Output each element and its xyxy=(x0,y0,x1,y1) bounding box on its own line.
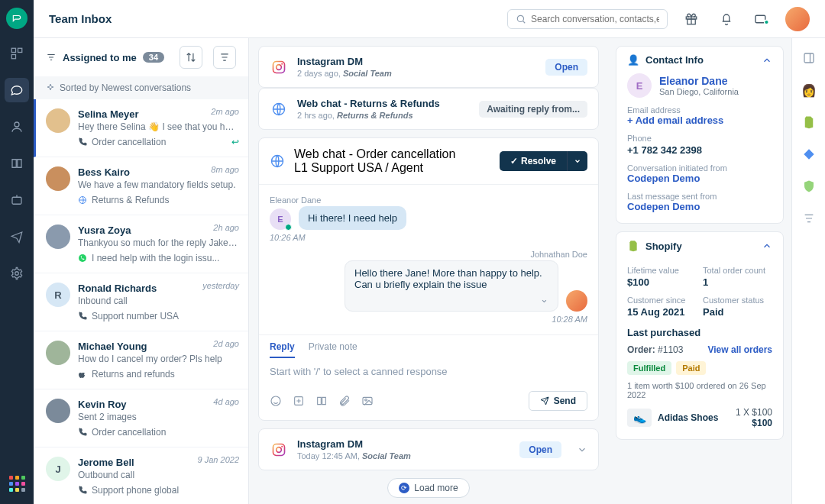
resolve-button-group: ✓ Resolve xyxy=(500,151,587,171)
compose-toolbar: Send xyxy=(259,385,598,420)
filter-button[interactable] xyxy=(213,46,236,69)
thread-pane: Instagram DM 2 days ago, Social Team Ope… xyxy=(249,38,608,504)
sort-button[interactable] xyxy=(180,46,202,69)
svg-rect-1 xyxy=(18,48,22,52)
chevron-down-icon[interactable] xyxy=(577,444,587,455)
search-box[interactable] xyxy=(507,9,668,29)
resolve-button[interactable]: ✓ Resolve xyxy=(500,151,567,171)
canned-icon[interactable] xyxy=(293,395,305,407)
svg-point-5 xyxy=(15,272,19,276)
compose-tabs: Reply Private note xyxy=(259,335,598,358)
sorted-by-bar[interactable]: Sorted by Newest conversations xyxy=(34,76,248,99)
collapse-icon[interactable] xyxy=(762,241,772,251)
rail-shield-icon[interactable] xyxy=(800,177,818,195)
conversation-item[interactable]: Yusra Zoya Thankyou so much for the repl… xyxy=(34,215,248,273)
svg-point-23 xyxy=(277,447,282,452)
conversation-item[interactable]: Kevin Roy Sent 2 images Order cancellati… xyxy=(34,389,248,447)
app-logo xyxy=(6,8,28,29)
last-msg-link[interactable]: Codepen Demo xyxy=(627,201,772,212)
rail-diamond-icon[interactable] xyxy=(800,145,818,163)
instagram-icon xyxy=(270,58,288,76)
tab-private-note[interactable]: Private note xyxy=(309,341,358,358)
thread-card-bottom[interactable]: Instagram DM Today 12:45 AM, Social Team… xyxy=(258,428,599,470)
nav-dashboard[interactable] xyxy=(5,41,29,66)
contact-phone: +1 782 342 2398 xyxy=(627,144,772,156)
conv-init-link[interactable]: Codepen Demo xyxy=(627,173,772,184)
contact-info-card: 👤 Contact Info E Eleanor Dane San Diego,… xyxy=(616,46,784,224)
svg-rect-20 xyxy=(363,397,372,404)
nav-contacts[interactable] xyxy=(5,115,29,139)
chat-title: Web chat - Order cancellation xyxy=(294,147,490,161)
conversation-item[interactable]: Michael Young How do I cancel my order? … xyxy=(34,331,248,389)
search-input[interactable] xyxy=(531,14,659,24)
rail-shopify-icon[interactable] xyxy=(800,113,818,131)
nav-settings[interactable] xyxy=(5,261,29,286)
nav-bot[interactable] xyxy=(5,188,29,212)
user-avatar[interactable] xyxy=(785,7,810,31)
conversation-item[interactable]: R Ronald Richards Inbound call Support n… xyxy=(34,273,248,331)
right-panel: 👤 Contact Info E Eleanor Dane San Diego,… xyxy=(608,38,791,504)
thread-card[interactable]: Web chat - Returns & Refunds 2 hrs ago, … xyxy=(258,88,599,130)
sparkle-icon xyxy=(46,83,55,92)
add-email-link[interactable]: + Add email address xyxy=(627,115,772,126)
contact-icon: 👤 xyxy=(627,54,639,66)
load-more-button[interactable]: ⟳Load more xyxy=(387,478,469,498)
chat-header: Web chat - Order cancellation L1 Support… xyxy=(259,138,598,185)
nav-library[interactable] xyxy=(5,151,29,176)
thread-card[interactable]: Instagram DM 2 days ago, Social Team Ope… xyxy=(258,46,599,88)
nav-inbox[interactable] xyxy=(5,78,29,102)
avatar xyxy=(46,225,70,249)
avatar xyxy=(46,341,70,365)
rail-contact-icon[interactable]: 👩 xyxy=(800,81,818,99)
rail-filter-icon[interactable] xyxy=(800,209,818,228)
shopify-card: Shopify Lifetime value$100Total order co… xyxy=(616,231,784,440)
shopify-icon xyxy=(627,240,639,252)
conv-filter-label[interactable]: Assigned to me xyxy=(63,52,137,63)
thread-action-button[interactable]: Awaiting reply from... xyxy=(479,101,587,118)
view-all-orders-link[interactable]: View all orders xyxy=(708,344,773,355)
tab-reply[interactable]: Reply xyxy=(270,341,295,358)
nav-sidebar xyxy=(0,0,34,504)
widget-rail: 👩 xyxy=(791,38,825,504)
thread-action-button[interactable]: Open xyxy=(545,59,587,76)
conversation-item[interactable]: Bess Kairo We have a few mandatory field… xyxy=(34,157,248,215)
conversation-list: Assigned to me 34 Sorted by Newest conve… xyxy=(34,38,249,504)
resolve-dropdown[interactable] xyxy=(567,151,587,171)
contact-name[interactable]: Eleanor Dane xyxy=(659,75,739,87)
availability-icon[interactable] xyxy=(750,8,773,31)
avatar: R xyxy=(46,283,70,307)
send-button[interactable]: Send xyxy=(529,391,587,411)
nav-campaigns[interactable] xyxy=(5,225,29,249)
globe-icon xyxy=(270,100,288,118)
rail-expand-icon[interactable] xyxy=(800,49,818,67)
open-button[interactable]: Open xyxy=(519,441,561,458)
contact-location: San Diego, California xyxy=(659,87,739,96)
svg-rect-25 xyxy=(804,53,814,63)
avatar: E xyxy=(270,208,291,230)
product-image: 👟 xyxy=(627,409,652,427)
gift-icon[interactable] xyxy=(680,8,703,31)
svg-point-6 xyxy=(517,15,523,21)
bell-icon[interactable] xyxy=(715,8,738,31)
chip-fulfilled: Fulfilled xyxy=(627,361,671,375)
kb-icon[interactable] xyxy=(315,395,328,407)
svg-point-18 xyxy=(271,396,280,405)
compose-input[interactable]: Start with '/' to select a canned respon… xyxy=(259,358,598,385)
compose-area: Reply Private note Start with '/' to sel… xyxy=(259,334,598,420)
svg-point-14 xyxy=(277,64,282,69)
page-title: Team Inbox xyxy=(49,12,112,25)
message-bubble: Hello there Jane! More than happy to hel… xyxy=(345,260,558,312)
svg-rect-9 xyxy=(755,15,765,23)
svg-point-12 xyxy=(79,254,86,262)
conversation-item[interactable]: Selina Meyer Hey there Selina 👋 I see th… xyxy=(34,99,248,157)
conversation-item[interactable]: J Jerome Bell Outbound call Support phon… xyxy=(34,447,248,504)
emoji-icon[interactable] xyxy=(270,395,282,407)
image-icon[interactable] xyxy=(361,395,374,407)
collapse-icon[interactable] xyxy=(762,55,772,66)
product-row[interactable]: 👟 Adidas Shoes 1 X $100 $100 xyxy=(627,407,772,428)
attachment-icon[interactable] xyxy=(338,395,351,407)
svg-rect-22 xyxy=(273,444,285,455)
apps-launcher-icon[interactable] xyxy=(9,476,25,492)
message-bubble: Hi there! I need help xyxy=(299,206,406,230)
avatar xyxy=(46,166,70,191)
